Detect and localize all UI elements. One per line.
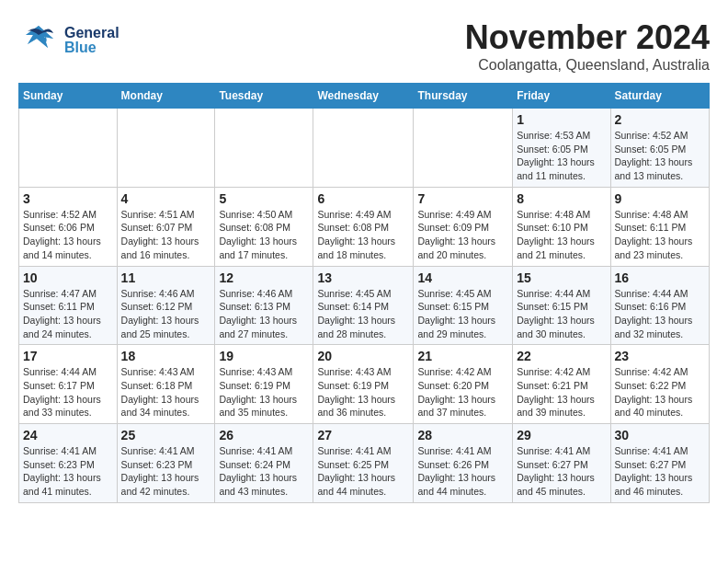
calendar-weekday-header: Wednesday	[313, 84, 414, 109]
calendar-cell	[414, 109, 513, 188]
day-info-line: Sunset: 6:09 PM	[417, 222, 489, 233]
calendar-cell: 29Sunrise: 4:41 AMSunset: 6:27 PMDayligh…	[513, 424, 610, 503]
calendar-cell: 15Sunrise: 4:44 AMSunset: 6:15 PMDayligh…	[513, 266, 610, 345]
day-info-line: Sunrise: 4:48 AM	[517, 209, 590, 220]
day-info-line: Daylight: 13 hours and 18 minutes.	[317, 236, 395, 260]
day-info-line: Sunrise: 4:48 AM	[615, 209, 688, 220]
day-number: 16	[615, 270, 705, 285]
day-info: Sunrise: 4:41 AMSunset: 6:26 PMDaylight:…	[417, 444, 508, 499]
day-info-line: Sunrise: 4:47 AM	[23, 288, 97, 299]
day-info-line: Sunset: 6:21 PM	[517, 380, 588, 391]
calendar-week-row: 3Sunrise: 4:52 AMSunset: 6:06 PMDaylight…	[19, 187, 710, 266]
day-number: 14	[417, 270, 508, 285]
day-info-line: Daylight: 13 hours and 23 minutes.	[615, 236, 693, 260]
day-info: Sunrise: 4:51 AMSunset: 6:07 PMDaylight:…	[121, 208, 211, 262]
calendar-cell: 25Sunrise: 4:41 AMSunset: 6:23 PMDayligh…	[117, 424, 215, 503]
calendar-weekday-header: Friday	[513, 84, 610, 109]
day-info-line: Daylight: 13 hours and 40 minutes.	[615, 394, 693, 419]
day-info: Sunrise: 4:41 AMSunset: 6:25 PMDaylight:…	[317, 444, 409, 499]
day-number: 17	[23, 349, 113, 363]
day-number: 2	[615, 112, 705, 127]
day-info: Sunrise: 4:42 AMSunset: 6:20 PMDaylight:…	[417, 365, 508, 419]
day-info-line: Sunrise: 4:42 AM	[517, 366, 590, 377]
day-info-line: Sunset: 6:08 PM	[219, 222, 290, 233]
calendar-cell: 12Sunrise: 4:46 AMSunset: 6:13 PMDayligh…	[215, 266, 313, 345]
day-info: Sunrise: 4:52 AMSunset: 6:05 PMDaylight:…	[615, 129, 705, 183]
day-info-line: Sunrise: 4:41 AM	[121, 445, 195, 456]
day-number: 27	[317, 428, 409, 442]
month-title: November 2024	[465, 18, 710, 57]
page-header: General Blue November 2024 Coolangatta, …	[18, 18, 710, 74]
day-info-line: Daylight: 13 hours and 11 minutes.	[517, 156, 595, 181]
day-info-line: Daylight: 13 hours and 37 minutes.	[417, 394, 495, 419]
calendar-table: SundayMondayTuesdayWednesdayThursdayFrid…	[18, 83, 710, 503]
calendar-cell: 13Sunrise: 4:45 AMSunset: 6:14 PMDayligh…	[313, 266, 414, 345]
day-info-line: Sunrise: 4:42 AM	[615, 366, 688, 377]
day-info-line: Daylight: 13 hours and 44 minutes.	[317, 472, 395, 497]
calendar-cell: 7Sunrise: 4:49 AMSunset: 6:09 PMDaylight…	[414, 187, 513, 266]
day-info: Sunrise: 4:45 AMSunset: 6:14 PMDaylight:…	[317, 287, 409, 341]
title-section: November 2024 Coolangatta, Queensland, A…	[465, 18, 710, 74]
day-info: Sunrise: 4:50 AMSunset: 6:08 PMDaylight:…	[219, 208, 309, 262]
day-info: Sunrise: 4:44 AMSunset: 6:16 PMDaylight:…	[615, 287, 705, 341]
day-info: Sunrise: 4:48 AMSunset: 6:11 PMDaylight:…	[615, 208, 705, 262]
day-info: Sunrise: 4:44 AMSunset: 6:15 PMDaylight:…	[517, 287, 606, 341]
day-info: Sunrise: 4:47 AMSunset: 6:11 PMDaylight:…	[23, 287, 113, 341]
day-info-line: Sunset: 6:23 PM	[23, 459, 95, 470]
day-number: 4	[121, 191, 211, 206]
day-info-line: Sunrise: 4:41 AM	[23, 445, 97, 456]
day-info-line: Daylight: 13 hours and 45 minutes.	[517, 472, 595, 497]
calendar-cell	[215, 109, 313, 188]
calendar-cell: 3Sunrise: 4:52 AMSunset: 6:06 PMDaylight…	[19, 187, 118, 266]
day-info: Sunrise: 4:48 AMSunset: 6:10 PMDaylight:…	[517, 208, 606, 262]
calendar-cell	[313, 109, 414, 188]
day-info-line: Sunset: 6:11 PM	[615, 222, 687, 233]
day-number: 15	[517, 270, 606, 285]
day-info-line: Sunset: 6:07 PM	[121, 222, 193, 233]
day-info-line: Sunset: 6:17 PM	[23, 380, 95, 391]
calendar-cell: 17Sunrise: 4:44 AMSunset: 6:17 PMDayligh…	[19, 345, 118, 424]
day-info-line: Sunset: 6:10 PM	[517, 222, 588, 233]
day-info-line: Daylight: 13 hours and 33 minutes.	[23, 394, 101, 419]
day-number: 20	[317, 349, 409, 363]
calendar-weekday-header: Tuesday	[215, 84, 313, 109]
day-info-line: Daylight: 13 hours and 29 minutes.	[417, 315, 495, 339]
day-info-line: Daylight: 13 hours and 41 minutes.	[23, 472, 101, 497]
calendar-header-row: SundayMondayTuesdayWednesdayThursdayFrid…	[19, 84, 710, 109]
day-info-line: Daylight: 13 hours and 42 minutes.	[121, 472, 199, 497]
day-info-line: Daylight: 13 hours and 13 minutes.	[615, 156, 693, 181]
calendar-cell: 14Sunrise: 4:45 AMSunset: 6:15 PMDayligh…	[414, 266, 513, 345]
day-info-line: Sunset: 6:12 PM	[121, 301, 193, 312]
day-info-line: Daylight: 13 hours and 27 minutes.	[219, 315, 297, 339]
day-number: 10	[23, 270, 113, 285]
day-info-line: Sunset: 6:05 PM	[517, 144, 588, 155]
day-info-line: Sunrise: 4:45 AM	[417, 288, 491, 299]
calendar-week-row: 17Sunrise: 4:44 AMSunset: 6:17 PMDayligh…	[19, 345, 710, 424]
day-number: 13	[317, 270, 409, 285]
day-info-line: Daylight: 13 hours and 43 minutes.	[219, 472, 297, 497]
day-info-line: Daylight: 13 hours and 39 minutes.	[517, 394, 595, 419]
day-info-line: Daylight: 13 hours and 46 minutes.	[615, 472, 693, 497]
calendar-cell	[19, 109, 118, 188]
day-info-line: Sunrise: 4:41 AM	[219, 445, 292, 456]
svg-marker-1	[26, 26, 53, 48]
day-info: Sunrise: 4:45 AMSunset: 6:15 PMDaylight:…	[417, 287, 508, 341]
day-info-line: Sunrise: 4:44 AM	[517, 288, 590, 299]
logo-blue-text: Blue	[64, 40, 119, 55]
day-info-line: Sunset: 6:27 PM	[517, 459, 588, 470]
calendar-cell: 9Sunrise: 4:48 AMSunset: 6:11 PMDaylight…	[610, 187, 709, 266]
day-info: Sunrise: 4:41 AMSunset: 6:23 PMDaylight:…	[23, 444, 113, 499]
day-info: Sunrise: 4:49 AMSunset: 6:09 PMDaylight:…	[417, 208, 508, 262]
day-info-line: Daylight: 13 hours and 16 minutes.	[121, 236, 199, 260]
day-info-line: Daylight: 13 hours and 34 minutes.	[121, 394, 199, 419]
day-info-line: Sunrise: 4:41 AM	[517, 445, 590, 456]
calendar-cell: 26Sunrise: 4:41 AMSunset: 6:24 PMDayligh…	[215, 424, 313, 503]
calendar-cell: 1Sunrise: 4:53 AMSunset: 6:05 PMDaylight…	[513, 109, 610, 188]
logo: General Blue	[18, 18, 119, 63]
calendar-cell: 20Sunrise: 4:43 AMSunset: 6:19 PMDayligh…	[313, 345, 414, 424]
day-info-line: Sunrise: 4:41 AM	[615, 445, 688, 456]
calendar-cell: 22Sunrise: 4:42 AMSunset: 6:21 PMDayligh…	[513, 345, 610, 424]
day-info-line: Sunset: 6:11 PM	[23, 301, 95, 312]
day-info-line: Sunrise: 4:44 AM	[615, 288, 688, 299]
day-info-line: Sunset: 6:26 PM	[417, 459, 489, 470]
